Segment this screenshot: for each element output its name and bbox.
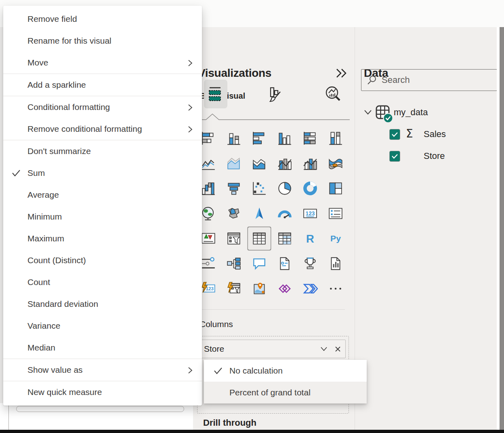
submenu-item-label: No calculation xyxy=(229,366,283,376)
menu-item-conditional-formatting[interactable]: Conditional formatting xyxy=(3,96,202,118)
filters-field-input[interactable] xyxy=(16,406,184,412)
viz-icon-decomposition-tree[interactable] xyxy=(226,256,242,272)
menu-item-sum[interactable]: Sum xyxy=(3,162,202,184)
viz-icon-ribbon-chart[interactable] xyxy=(328,155,344,171)
tab-format-visual[interactable] xyxy=(262,80,286,109)
viz-icon-arcgis-map[interactable] xyxy=(251,281,267,297)
field-row-sales[interactable]: ΣSales xyxy=(355,127,497,144)
field-context-menu: Remove fieldRename for this visualMoveAd… xyxy=(3,6,202,406)
field-row-store[interactable]: Store xyxy=(355,149,497,165)
search-icon xyxy=(367,75,377,85)
viz-icon-treemap[interactable] xyxy=(328,180,344,196)
viz-icon-clustered-bar-chart[interactable] xyxy=(251,130,267,146)
viz-icon-qa-visual[interactable] xyxy=(251,256,267,272)
viz-icon-smart-narrative[interactable] xyxy=(277,256,293,272)
viz-icon-pie-chart[interactable] xyxy=(277,180,293,196)
filters-card-border xyxy=(8,403,9,430)
menu-item-label: Show value as xyxy=(27,365,83,375)
viz-icon-map[interactable] xyxy=(200,205,216,222)
viz-icon-filled-map[interactable] xyxy=(226,205,242,222)
viz-icon-gauge[interactable] xyxy=(277,205,293,222)
field-name-label: Sales xyxy=(424,129,446,139)
menu-item-new-quick-measure[interactable]: New quick measure xyxy=(3,381,202,403)
menu-item-remove-conditional-formatting[interactable]: Remove conditional formatting xyxy=(3,118,202,140)
viz-icon-clustered-column-chart[interactable] xyxy=(277,130,293,146)
menu-item-show-value-as[interactable]: Show value as xyxy=(3,359,202,381)
viz-icon-line-and-clustered-column-chart[interactable] xyxy=(302,155,318,171)
menu-item-maximum[interactable]: Maximum xyxy=(3,228,202,249)
viz-icon-more-options[interactable] xyxy=(328,281,344,297)
svg-text:R: R xyxy=(306,232,314,245)
viz-icon-line-and-stacked-column-chart[interactable] xyxy=(277,155,293,171)
scrollbar[interactable] xyxy=(500,27,504,430)
viz-icon-hundred-stacked-column-chart[interactable] xyxy=(328,130,344,146)
menu-item-minimum[interactable]: Minimum xyxy=(3,206,202,228)
viz-icon-slicer[interactable] xyxy=(226,230,242,247)
viz-icon-r-script-visual[interactable]: R xyxy=(302,230,318,247)
powerbi-screen: Visualizations Build visual xyxy=(0,0,504,433)
viz-icon-new-card[interactable]: 123 xyxy=(200,281,216,297)
field-checkbox-sales[interactable] xyxy=(389,129,400,140)
viz-icon-stacked-column-chart[interactable] xyxy=(226,130,242,146)
submenu-item-percent-of-grand-total[interactable]: Percent of grand total xyxy=(204,382,367,403)
table-row-my-data[interactable]: my_data xyxy=(355,106,497,122)
viz-icon-area-chart[interactable] xyxy=(226,155,242,171)
viz-icon-waterfall-chart[interactable] xyxy=(200,180,216,196)
tab-build-visual[interactable] xyxy=(204,80,227,108)
viz-icon-multi-row-card[interactable] xyxy=(328,205,344,222)
viz-icon-power-apps[interactable] xyxy=(277,281,293,297)
menu-item-move[interactable]: Move xyxy=(3,52,202,74)
menu-item-variance[interactable]: Variance xyxy=(3,315,202,337)
menu-item-count[interactable]: Count xyxy=(3,271,202,293)
viz-icon-funnel-chart[interactable] xyxy=(226,180,242,196)
search-box[interactable] xyxy=(361,69,497,91)
viz-icon-button-slicer[interactable] xyxy=(226,281,242,297)
menu-item-label: Rename for this visual xyxy=(27,36,111,46)
menu-item-label: Sum xyxy=(27,168,45,178)
viz-icon-azure-map[interactable] xyxy=(251,205,267,222)
chevron-expand-icon[interactable] xyxy=(364,110,372,115)
menu-item-remove-field[interactable]: Remove field xyxy=(3,8,202,30)
viz-icon-matrix[interactable] xyxy=(277,230,293,247)
menu-item-rename-for-this-visual[interactable]: Rename for this visual xyxy=(3,30,202,52)
table-icon xyxy=(375,105,394,123)
viz-icon-line-chart[interactable] xyxy=(200,155,216,171)
menu-item-label: New quick measure xyxy=(27,387,102,397)
viz-icon-hundred-stacked-bar-chart[interactable] xyxy=(302,130,318,146)
svg-text:123: 123 xyxy=(306,211,315,217)
viz-icon-power-automate[interactable] xyxy=(302,281,318,297)
menu-item-label: Variance xyxy=(27,321,60,331)
viz-icon-table[interactable] xyxy=(251,230,267,247)
field-checkbox-store[interactable] xyxy=(389,151,400,162)
menu-item-count-distinct[interactable]: Count (Distinct) xyxy=(3,249,202,271)
close-icon[interactable] xyxy=(331,342,344,356)
viz-icon-python-visual[interactable]: Py xyxy=(328,230,344,247)
menu-item-median[interactable]: Median xyxy=(3,337,202,359)
menu-item-don-t-summarize[interactable]: Don't summarize xyxy=(3,140,202,162)
field-chip-label: Store xyxy=(204,344,317,354)
viz-icon-stacked-area-chart[interactable] xyxy=(251,155,267,171)
submenu-item-label: Percent of grand total xyxy=(229,388,311,397)
menu-item-label: Don't summarize xyxy=(27,146,91,156)
field-chip-store[interactable]: Store xyxy=(198,340,346,358)
double-chevron-right-icon[interactable] xyxy=(335,68,348,78)
drill-through-section-label: Drill through xyxy=(203,418,256,428)
chevron-down-icon[interactable] xyxy=(317,342,331,356)
search-input[interactable] xyxy=(381,74,479,86)
menu-item-label: Median xyxy=(27,343,55,353)
menu-item-label: Average xyxy=(27,190,59,200)
viz-icon-kpi[interactable] xyxy=(200,230,216,247)
viz-icon-metrics[interactable] xyxy=(302,256,318,272)
visualizations-panel-title: Visualizations xyxy=(198,67,271,80)
viz-icon-scatter-chart[interactable] xyxy=(251,180,267,196)
viz-icon-stacked-bar-chart[interactable] xyxy=(200,130,216,146)
viz-icon-paginated-report[interactable] xyxy=(328,256,344,272)
submenu-item-no-calculation[interactable]: No calculation xyxy=(204,360,367,382)
menu-item-standard-deviation[interactable]: Standard deviation xyxy=(3,293,202,315)
menu-item-average[interactable]: Average xyxy=(3,184,202,206)
viz-icon-donut-chart[interactable] xyxy=(302,180,318,196)
tab-analytics[interactable] xyxy=(321,80,345,108)
viz-icon-new-slicer[interactable] xyxy=(200,256,216,272)
viz-icon-card[interactable]: 123 xyxy=(302,205,318,222)
menu-item-add-a-sparkline[interactable]: Add a sparkline xyxy=(3,74,202,96)
